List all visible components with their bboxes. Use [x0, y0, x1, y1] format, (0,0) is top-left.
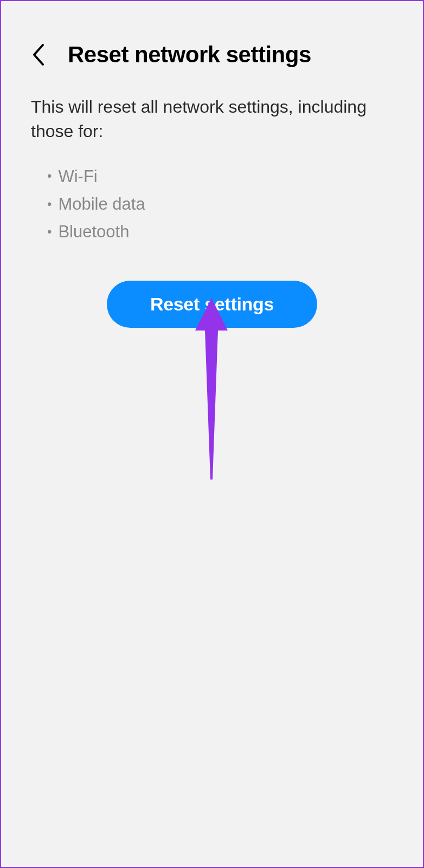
- bullet-dot-icon: •: [47, 165, 52, 187]
- bullet-dot-icon: •: [47, 221, 52, 243]
- page-title: Reset network settings: [68, 42, 311, 68]
- description-text: This will reset all network settings, in…: [1, 89, 423, 154]
- button-container: Reset settings: [1, 267, 423, 341]
- reset-settings-button[interactable]: Reset settings: [107, 281, 317, 328]
- bullet-dot-icon: •: [47, 193, 52, 215]
- bullet-list: • Wi-Fi • Mobile data • Bluetooth: [1, 154, 423, 267]
- list-item-label: Bluetooth: [58, 218, 129, 245]
- list-item-label: Wi-Fi: [58, 163, 97, 190]
- list-item: • Bluetooth: [47, 218, 393, 245]
- header: Reset network settings: [1, 1, 423, 89]
- list-item-label: Mobile data: [58, 190, 145, 218]
- back-icon[interactable]: [31, 43, 46, 67]
- list-item: • Wi-Fi: [47, 163, 393, 190]
- list-item: • Mobile data: [47, 190, 393, 218]
